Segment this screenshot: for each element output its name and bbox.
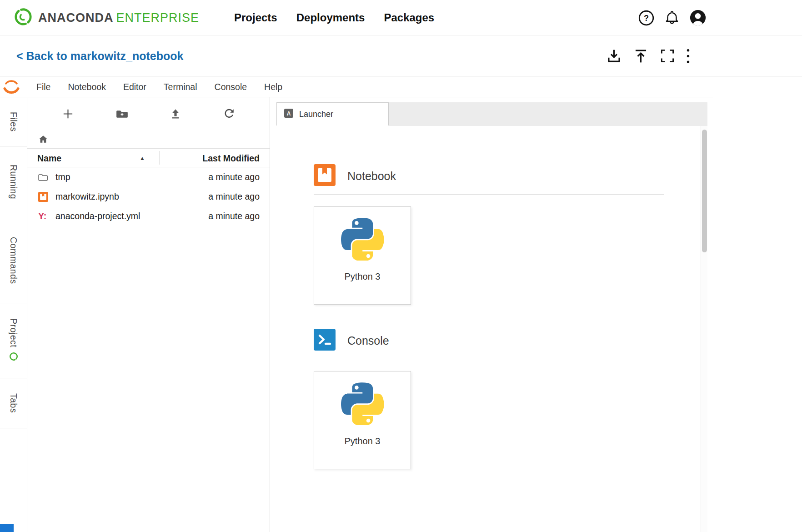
sidebar-tab-label: Files — [8, 112, 19, 132]
kernel-name-label: Python 3 — [345, 271, 381, 282]
notifications-bell-icon[interactable] — [664, 10, 680, 26]
sidebar-tab-running[interactable]: Running — [0, 146, 27, 218]
section-title: Notebook — [347, 170, 396, 183]
left-sidebar-tabs: Files Running Commands Project Tabs — [0, 97, 27, 532]
column-divider — [159, 151, 160, 165]
menu-file[interactable]: File — [36, 82, 50, 92]
brand-suffix: ENTERPRISE — [116, 11, 200, 25]
sidebar-tab-files[interactable]: Files — [0, 97, 27, 146]
jupyter-logo-icon — [2, 77, 21, 98]
python3-console-card[interactable]: Python 3 — [314, 371, 411, 469]
sort-ascending-icon[interactable]: ▲ — [140, 149, 145, 168]
python-logo-icon — [341, 218, 384, 261]
menu-terminal[interactable]: Terminal — [164, 82, 197, 92]
menu-notebook[interactable]: Notebook — [68, 82, 105, 92]
more-options-kebab-icon[interactable] — [686, 48, 691, 65]
section-divider — [314, 359, 664, 359]
file-name: anaconda-project.yml — [55, 211, 140, 221]
file-browser-toolbar — [27, 97, 270, 130]
file-row-yaml[interactable]: Y: anaconda-project.yml a minute ago — [27, 206, 270, 226]
launcher-section-console: Console Python 3 — [314, 329, 664, 469]
home-icon[interactable] — [38, 134, 48, 144]
svg-text:A: A — [287, 110, 291, 117]
back-bar-icons — [606, 35, 691, 76]
menu-editor[interactable]: Editor — [123, 82, 146, 92]
menu-items: File Notebook Editor Terminal Console He… — [36, 76, 282, 97]
file-row-notebook[interactable]: markowitz.ipynb a minute ago — [27, 187, 270, 206]
sidebar-tab-commands[interactable]: Commands — [0, 218, 27, 303]
kernel-name-label: Python 3 — [345, 436, 381, 447]
project-back-bar: < Back to markowitz_notebook — [0, 35, 802, 76]
help-icon[interactable]: ? — [638, 10, 655, 26]
breadcrumb — [27, 130, 270, 148]
column-header-name[interactable]: Name — [37, 149, 61, 168]
file-modified: a minute ago — [208, 211, 260, 221]
main-dock-panel: A Launcher Notebook — [270, 97, 713, 532]
back-to-project-link[interactable]: < Back to markowitz_notebook — [16, 35, 183, 76]
launcher-panel: Notebook Python 3 — [276, 125, 707, 532]
section-title: Console — [347, 334, 389, 347]
top-bar: ANACONDAENTERPRISE Projects Deployments … — [0, 0, 802, 35]
vertical-scrollbar[interactable] — [701, 126, 707, 532]
file-browser-panel: Name ▲ Last Modified tmp a minute ago — [27, 97, 270, 532]
fullscreen-icon[interactable] — [659, 48, 676, 64]
top-bar-icons: ? — [638, 0, 707, 35]
sidebar-tab-label: Commands — [8, 237, 19, 284]
launcher-section-notebook: Notebook Python 3 — [314, 164, 664, 305]
console-icon — [314, 329, 336, 352]
folder-icon — [38, 172, 48, 182]
dock-tab-bar: A Launcher — [276, 102, 707, 125]
nav-deployments[interactable]: Deployments — [296, 11, 365, 24]
file-modified: a minute ago — [208, 191, 260, 202]
new-launcher-plus-icon[interactable] — [62, 108, 74, 120]
anaconda-enterprise-app: ANACONDAENTERPRISE Projects Deployments … — [0, 0, 802, 532]
file-list: tmp a minute ago markowitz.ipynb a minut… — [27, 167, 270, 226]
anaconda-mini-logo-icon — [9, 352, 18, 363]
scrollbar-thumb[interactable] — [702, 130, 707, 252]
brand-name: ANACONDA — [38, 11, 114, 25]
file-name: tmp — [55, 172, 70, 182]
yaml-icon: Y: — [38, 211, 47, 221]
svg-text:?: ? — [644, 13, 649, 22]
file-row-tmp[interactable]: tmp a minute ago — [27, 167, 270, 187]
menu-console[interactable]: Console — [215, 82, 247, 92]
menu-help[interactable]: Help — [264, 82, 282, 92]
anaconda-logo-icon — [14, 7, 33, 28]
new-folder-icon[interactable] — [116, 108, 128, 120]
upload-files-icon[interactable] — [170, 108, 181, 120]
nav-packages[interactable]: Packages — [384, 11, 434, 24]
sidebar-tab-label: Project — [8, 318, 19, 347]
refresh-icon[interactable] — [223, 108, 235, 120]
file-modified: a minute ago — [208, 172, 260, 182]
python-logo-icon — [341, 382, 384, 425]
upload-icon[interactable] — [632, 48, 649, 65]
python3-notebook-card[interactable]: Python 3 — [314, 206, 411, 305]
notebook-icon — [314, 164, 336, 188]
file-list-header: Name ▲ Last Modified — [27, 148, 270, 167]
sidebar-tab-tabs[interactable]: Tabs — [0, 378, 27, 428]
column-header-last-modified[interactable]: Last Modified — [202, 149, 260, 168]
download-icon[interactable] — [606, 48, 622, 65]
anaconda-brand[interactable]: ANACONDAENTERPRISE — [14, 0, 199, 35]
launcher-tab-icon: A — [284, 109, 293, 120]
workspace: Files Running Commands Project Tabs — [0, 97, 802, 532]
statusbar-accent — [0, 524, 14, 532]
sidebar-tab-project[interactable]: Project — [0, 303, 27, 378]
sidebar-tab-label: Tabs — [8, 393, 19, 413]
jupyter-menu-bar: File Notebook Editor Terminal Console He… — [0, 76, 713, 97]
top-nav: Projects Deployments Packages — [234, 0, 434, 35]
nav-projects[interactable]: Projects — [234, 11, 277, 24]
sidebar-tab-label: Running — [8, 165, 19, 199]
account-avatar-icon[interactable] — [689, 9, 707, 26]
launcher-tab-label: Launcher — [299, 110, 333, 119]
launcher-tab[interactable]: A Launcher — [276, 102, 389, 125]
notebook-icon — [38, 192, 48, 202]
file-name: markowitz.ipynb — [55, 191, 119, 202]
section-divider — [314, 194, 664, 195]
